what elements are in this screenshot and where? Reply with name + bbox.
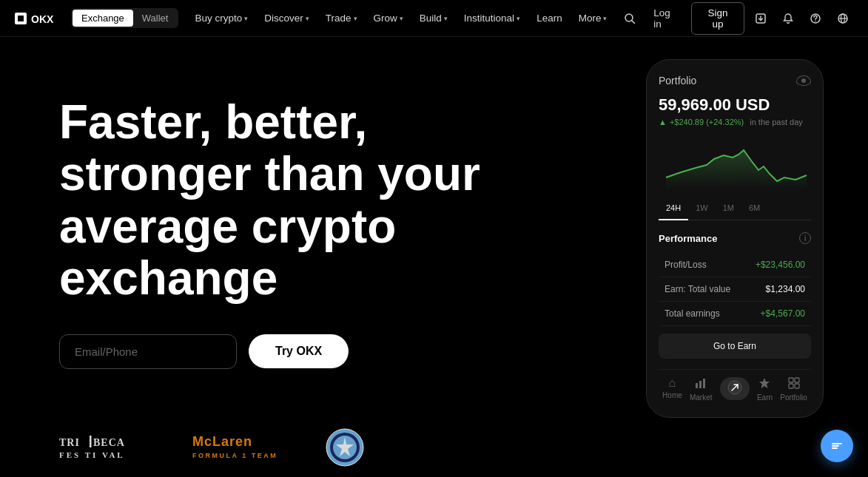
chevron-down-icon: ▾	[244, 15, 248, 22]
nav-actions: Log in Sign up	[619, 2, 853, 35]
chevron-down-icon: ▾	[354, 15, 357, 22]
chat-button[interactable]	[821, 430, 853, 462]
svg-text:FORMULA 1 TEAM: FORMULA 1 TEAM	[192, 452, 277, 459]
svg-point-11	[815, 20, 816, 21]
hero-left: Faster, better, stronger than your avera…	[59, 81, 809, 470]
chevron-down-icon: ▾	[400, 15, 403, 22]
svg-rect-4	[21, 18, 24, 21]
nav-grow[interactable]: Grow ▾	[366, 9, 411, 27]
help-button[interactable]	[804, 7, 826, 30]
svg-text:TRI: TRI	[59, 437, 80, 448]
svg-rect-3	[18, 18, 21, 21]
svg-rect-2	[21, 16, 24, 18]
chevron-down-icon: ▾	[517, 15, 520, 22]
hero-section: Faster, better, stronger than your avera…	[0, 37, 868, 477]
search-button[interactable]	[619, 7, 640, 30]
nav-build[interactable]: Build ▾	[412, 9, 455, 27]
signup-button[interactable]: Sign up	[691, 2, 744, 35]
download-button[interactable]	[750, 7, 772, 30]
manchester-city-logo	[326, 428, 364, 470]
tribeca-logo: TRI BECA FES TI VAL	[59, 433, 155, 465]
mode-tab-group: Exchange Wallet	[71, 8, 178, 28]
login-button[interactable]: Log in	[646, 4, 685, 33]
chevron-down-icon: ▾	[603, 15, 607, 22]
nav-institutional[interactable]: Institutional ▾	[457, 9, 528, 27]
logo[interactable]: OKX	[15, 10, 59, 27]
svg-text:FES TI VAL: FES TI VAL	[59, 450, 125, 459]
nav-trade[interactable]: Trade ▾	[318, 9, 365, 27]
nav-more[interactable]: More ▾	[571, 9, 615, 27]
chevron-down-icon: ▾	[306, 15, 309, 22]
notifications-button[interactable]	[778, 7, 799, 30]
svg-text:OKX: OKX	[31, 13, 54, 25]
tab-exchange[interactable]: Exchange	[73, 10, 133, 27]
tab-wallet[interactable]: Wallet	[133, 10, 178, 27]
svg-text:McLaren: McLaren	[192, 434, 252, 449]
chevron-down-icon: ▾	[444, 15, 448, 22]
partners-section: TRI BECA FES TI VAL McLaren FORMULA 1 TE…	[59, 428, 809, 470]
svg-rect-1	[18, 16, 21, 18]
hero-title: Faster, better, stronger than your avera…	[59, 96, 503, 305]
svg-line-7	[632, 21, 635, 24]
nav-learn[interactable]: Learn	[529, 9, 570, 27]
nav-buy-crypto[interactable]: Buy crypto ▾	[187, 9, 255, 27]
try-okx-button[interactable]: Try OKX	[249, 334, 349, 368]
svg-text:BECA: BECA	[93, 437, 125, 448]
main-nav: OKX Exchange Wallet Buy crypto ▾ Discove…	[0, 0, 868, 37]
email-phone-input[interactable]	[59, 334, 237, 369]
hero-cta: Try OKX	[59, 334, 809, 369]
svg-rect-16	[90, 436, 92, 447]
language-button[interactable]	[832, 7, 853, 30]
mclaren-logo: McLaren FORMULA 1 TEAM	[192, 431, 289, 467]
nav-items: Buy crypto ▾ Discover ▾ Trade ▾ Grow ▾ B…	[187, 9, 614, 27]
nav-discover[interactable]: Discover ▾	[257, 9, 317, 27]
